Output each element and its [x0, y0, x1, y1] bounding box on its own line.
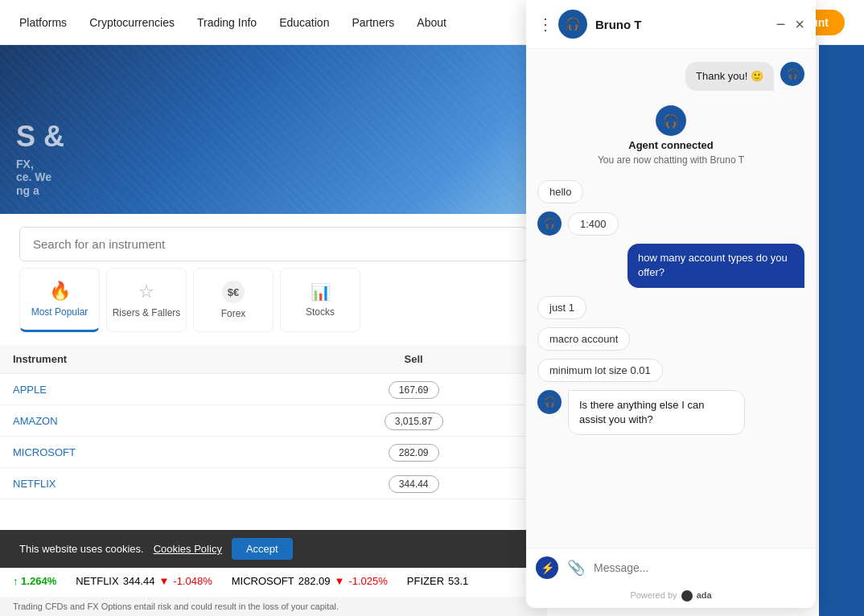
table-row: APPLE 167.69: [0, 374, 547, 405]
instrument-tabs: 🔥 Most Popular ☆ Risers & Fallers $€ For…: [19, 268, 528, 332]
flame-icon: 🔥: [49, 281, 71, 302]
chat-header: ⋮ 🎧 Bruno T − ×: [526, 0, 816, 49]
agent-name: Bruno T: [595, 18, 776, 31]
tab-forex[interactable]: $€ Forex: [193, 268, 274, 332]
msg-bubble-leverage: 1:400: [568, 212, 619, 236]
chat-options-button[interactable]: ⋮: [537, 14, 553, 34]
ada-icon: [681, 590, 693, 602]
ticker-microsoft-name: MICROSOFT: [232, 575, 294, 587]
agent-connected-title: Agent connected: [628, 139, 713, 151]
cookie-text: This website uses cookies.: [19, 543, 144, 555]
ticker-pfizer-name: PFIZER: [407, 575, 444, 587]
sell-price-microsoft[interactable]: 282.09: [280, 437, 547, 468]
msg-bubble-macro: macro account: [537, 327, 630, 351]
disclaimer: Trading CFDs and FX Options entail risk …: [0, 597, 547, 616]
msg-row-leverage: 🎧 1:400: [537, 211, 804, 236]
ticker-microsoft-price: 282.09: [298, 575, 331, 587]
msg-bubble-hello: hello: [537, 180, 583, 203]
chat-messages: Thank you! 🙂 🎧 🎧 Agent connected You are…: [526, 49, 816, 548]
msg-bubble-user-accounts: how many account types do you offer?: [627, 244, 804, 287]
nav-item-trading-info[interactable]: Trading Info: [197, 16, 257, 29]
forex-icon: $€: [222, 281, 245, 303]
agent-connected-avatar: 🎧: [656, 105, 686, 136]
msg-row-just1: just 1: [537, 296, 804, 319]
nav-item-cryptocurrencies[interactable]: Cryptocurrencies: [89, 16, 175, 29]
nav-item-platforms[interactable]: Platforms: [19, 16, 67, 29]
msg-row-agent-assist: 🎧 Is there anything else I can assist yo…: [537, 390, 804, 435]
table-row: AMAZON 3,015.87: [0, 405, 547, 437]
msg-bubble-lot-size: minimum lot size 0.01: [537, 359, 663, 382]
ticker-microsoft-change: -1.025%: [348, 575, 387, 587]
ticker-netflix-price: 344.44: [123, 575, 155, 587]
msg-row-macro: macro account: [537, 327, 804, 351]
nav-item-partners[interactable]: Partners: [352, 16, 394, 29]
ticker-item-microsoft[interactable]: MICROSOFT 282.09 ▼ -1.025%: [232, 575, 388, 587]
powered-by-text: Powered by: [630, 590, 677, 600]
nav-item-education[interactable]: Education: [279, 16, 329, 29]
msg-bubble-just1: just 1: [537, 296, 586, 319]
tab-most-popular[interactable]: 🔥 Most Popular: [19, 268, 100, 332]
msg-text-thankyou: Thank you! 🙂: [696, 70, 763, 82]
cookies-policy-link[interactable]: Cookies Policy: [154, 543, 222, 555]
search-input[interactable]: [19, 227, 528, 261]
msg-row-user-thankyou: Thank you! 🙂 🎧: [537, 62, 804, 91]
col-sell: Sell: [280, 345, 547, 374]
table-row: MICROSOFT 282.09: [0, 437, 547, 468]
sell-price-amazon[interactable]: 3,015.87: [280, 405, 547, 437]
msg-row-hello: hello: [537, 180, 804, 203]
forex-label: Forex: [221, 308, 246, 319]
tab-risers-fallers[interactable]: ☆ Risers & Fallers: [106, 268, 187, 332]
minimize-button[interactable]: −: [776, 15, 786, 34]
instrument-name-netflix[interactable]: NETFLIX: [0, 468, 280, 499]
msg-row-lot-size: minimum lot size 0.01: [537, 359, 804, 382]
instrument-name-apple[interactable]: APPLE: [0, 374, 280, 405]
tab-stocks[interactable]: 📊 Stocks: [280, 268, 360, 332]
ticker-item-pfizer[interactable]: PFIZER 53.1: [407, 575, 469, 587]
sell-price-netflix[interactable]: 344.44: [280, 468, 547, 499]
msg-bubble-agent-assist: Is there anything else I can assist you …: [568, 390, 745, 435]
right-strip: [819, 0, 864, 616]
cookie-bar: This website uses cookies. Cookies Polic…: [0, 530, 547, 568]
agent-avatar-leverage: 🎧: [537, 211, 562, 236]
instrument-name-amazon[interactable]: AMAZON: [0, 405, 280, 437]
user-avatar-thankyou: 🎧: [780, 62, 804, 86]
ticker-netflix-arrow: ▼: [158, 575, 169, 587]
sell-price-apple[interactable]: 167.69: [280, 374, 547, 405]
ticker-bar: ↑ 1.264% NETFLIX 344.44 ▼ -1.048% MICROS…: [0, 568, 547, 593]
quick-reply-button[interactable]: ⚡: [536, 556, 558, 579]
agent-connected-sub: You are now chatting with Bruno T: [598, 154, 744, 166]
attach-button[interactable]: 📎: [565, 556, 587, 579]
nav-item-about[interactable]: About: [417, 16, 446, 29]
ticker-positive: ↑ 1.264%: [13, 575, 56, 587]
chat-input-area: ⚡ 📎: [526, 548, 816, 587]
accept-cookies-button[interactable]: Accept: [232, 538, 293, 560]
agent-avatar-assist: 🎧: [537, 390, 562, 414]
msg-row-user-accounts: how many account types do you offer?: [537, 244, 804, 287]
col-instrument: Instrument: [0, 345, 280, 374]
ticker-netflix-name: NETFLIX: [76, 575, 118, 587]
instrument-search-section: [0, 214, 547, 268]
ticker-microsoft-arrow: ▼: [335, 575, 345, 587]
instrument-name-microsoft[interactable]: MICROSOFT: [0, 437, 280, 468]
message-input[interactable]: [594, 561, 806, 574]
ticker-netflix-change: -1.048%: [173, 575, 212, 587]
agent-connected-block: 🎧 Agent connected You are now chatting w…: [537, 105, 804, 166]
star-icon: ☆: [138, 281, 154, 302]
instrument-table-container: Instrument Sell APPLE 167.69 AMAZON 3,01…: [0, 345, 547, 499]
ticker-item-netflix[interactable]: NETFLIX 344.44 ▼ -1.048%: [76, 575, 212, 587]
table-row: NETFLIX 344.44: [0, 468, 547, 499]
ticker-pfizer-price: 53.1: [448, 575, 468, 587]
powered-by: Powered by ada: [526, 587, 816, 608]
agent-avatar: 🎧: [558, 10, 587, 39]
hero-image: S & FX, ce. We ng a: [0, 45, 547, 214]
chat-widget: ⋮ 🎧 Bruno T − × Thank you! 🙂 🎧 🎧 Agent c…: [526, 0, 816, 608]
powered-brand-name: ada: [697, 590, 712, 600]
most-popular-label: Most Popular: [31, 306, 88, 318]
risers-fallers-label: Risers & Fallers: [113, 307, 181, 318]
close-button[interactable]: ×: [795, 15, 804, 34]
stocks-label: Stocks: [306, 306, 335, 318]
msg-bubble-user-thankyou: Thank you! 🙂: [685, 62, 774, 91]
stocks-icon: 📊: [311, 282, 331, 302]
